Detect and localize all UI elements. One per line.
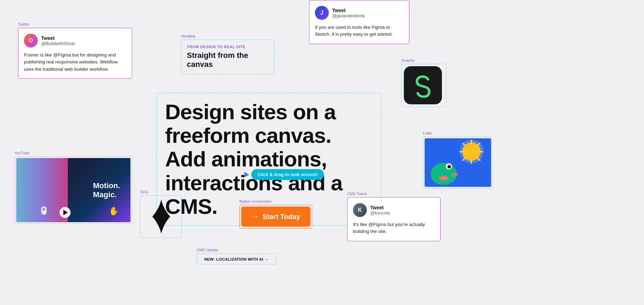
cms-update-text: NEW: LOCALIZATION WITH AI →	[204, 257, 269, 261]
cms-tweet-box: K Tweet @kvncnls It's like @Figma but yo…	[347, 197, 441, 241]
avatar-kv-inner: K	[353, 203, 367, 217]
graphic-icon	[404, 66, 442, 104]
avatar-omar: O	[24, 34, 38, 47]
video-line2: Magic.	[93, 190, 120, 199]
svg-text:≫: ≫	[451, 171, 458, 178]
graphic-box	[401, 64, 446, 107]
canvas: Twitter O Tweet @BuildwithOmar Framer is…	[0, 0, 644, 305]
heading-title: Straight from the canvas	[187, 51, 269, 69]
heading-eyebrow: FROM DESIGN TO REAL SITE	[187, 45, 269, 49]
cms-tweet-handle: @kvncnls	[370, 210, 390, 216]
video-thumbnail: Motion. Magic. 🖱️ ✋	[16, 158, 130, 222]
twitter-card-box: O Tweet @BuildwithOmar Framer is like @F…	[18, 28, 132, 79]
tweet-top-right: J Tweet @javandenbrink If you are used t…	[309, 0, 409, 44]
heading-element: Heading FROM DESIGN TO REAL SITE Straigh…	[181, 34, 274, 74]
cms-tweet-label: CMS Tweet	[347, 192, 441, 196]
svg-line-8	[478, 143, 480, 145]
cms-tweet: CMS Tweet K Tweet @kvncnls It's like @Fi…	[347, 192, 441, 241]
s-logo-svg	[407, 70, 438, 101]
svg-line-9	[463, 158, 465, 160]
lottie-box: ≫	[423, 137, 492, 189]
cms-update-label: CMS Update	[197, 248, 276, 252]
start-today-button[interactable]: → Start Today	[241, 207, 310, 227]
lottie-element: Lottie	[423, 131, 492, 189]
tweet-header: O Tweet @BuildwithOmar	[24, 34, 126, 47]
cms-tweet-header: K Tweet @kvncnls	[353, 203, 435, 217]
star-svg	[143, 198, 180, 235]
arrow-right-icon: →	[252, 212, 259, 221]
play-button[interactable]	[60, 207, 71, 218]
frog-svg: ≫	[427, 153, 460, 186]
tweet-text: Framer is like @Figma but for designing …	[24, 52, 126, 73]
cursor-triangle-icon	[244, 172, 249, 177]
twitter-label: Twitter	[18, 22, 132, 26]
graphic-element: Graphic	[401, 58, 446, 107]
cms-tweet-name: Tweet	[370, 205, 390, 210]
heading-label-tag: Heading	[181, 34, 274, 38]
start-today-label: Start Today	[263, 213, 300, 221]
cursor-icon: 🖱️	[39, 206, 48, 215]
button-component-label: Button Component	[239, 199, 312, 203]
sun-rays-svg	[459, 140, 483, 164]
youtube-box: Motion. Magic. 🖱️ ✋	[15, 156, 132, 224]
click-drag-pill[interactable]: Click & drag to look around!	[251, 169, 324, 180]
avatar-kv: K	[353, 203, 367, 217]
svg-line-6	[463, 143, 465, 145]
youtube-label: YouTube	[15, 151, 132, 155]
svg-box	[140, 195, 182, 238]
click-drag-container: Click & drag to look around!	[244, 169, 324, 180]
cms-update-box[interactable]: NEW: LOCALIZATION WITH AI →	[197, 253, 276, 264]
avatar-jvdb: J	[315, 6, 329, 20]
graphic-label: Graphic	[401, 58, 446, 62]
hand-icon: ✋	[109, 206, 119, 216]
tweet-name: Tweet	[41, 35, 75, 41]
play-triangle-icon	[63, 210, 68, 215]
avatar-inner: O	[24, 34, 38, 47]
lottie-animation: ≫	[425, 138, 491, 187]
twitter-card-left: Twitter O Tweet @BuildwithOmar Framer is…	[18, 22, 132, 79]
tweet-tr-box: J Tweet @javandenbrink If you are used t…	[309, 0, 409, 44]
tweet-tr-text: If you are used to tools like Figma or S…	[315, 24, 403, 38]
video-line1: Motion.	[93, 181, 120, 190]
avatar-jvdb-inner: J	[315, 6, 329, 20]
video-text: Motion. Magic.	[93, 181, 120, 199]
svg-label: SVG	[140, 190, 182, 194]
svg-point-13	[447, 165, 451, 168]
cms-update: CMS Update NEW: LOCALIZATION WITH AI →	[197, 248, 276, 264]
button-component: Button Component → Start Today	[239, 199, 312, 228]
tweet-handle: @BuildwithOmar	[41, 41, 75, 46]
tweet-tr-handle: @javandenbrink	[332, 13, 365, 18]
youtube-element: YouTube Motion. Magic. 🖱️ ✋	[15, 151, 132, 224]
svg-line-7	[478, 158, 480, 160]
svg-element: SVG	[140, 190, 182, 238]
cms-tweet-text: It's like @Figma but you're actually bui…	[353, 221, 435, 235]
tweet-tr-name: Tweet	[332, 8, 365, 13]
svg-point-14	[439, 176, 448, 180]
heading-box: FROM DESIGN TO REAL SITE Straight from t…	[181, 40, 274, 74]
star-shape	[143, 198, 180, 235]
lottie-label: Lottie	[423, 131, 492, 135]
tweet-tr-header: J Tweet @javandenbrink	[315, 6, 403, 20]
button-comp-box: → Start Today	[239, 205, 312, 228]
